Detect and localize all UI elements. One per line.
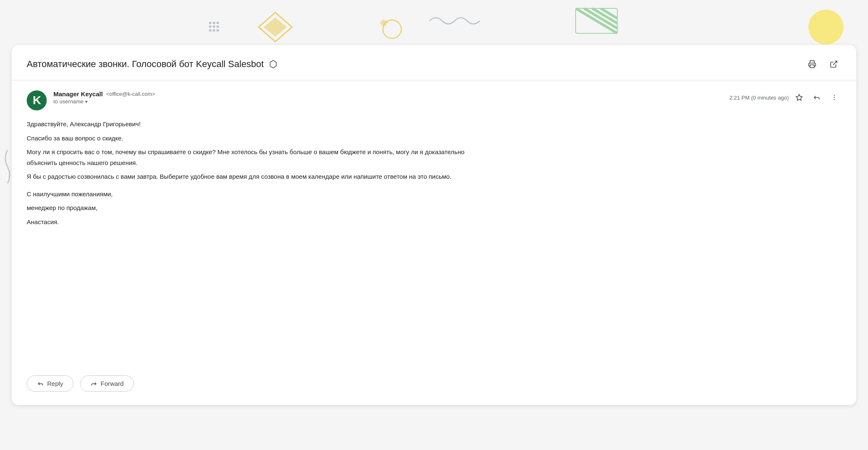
forward-button-label: Forward [101,380,123,387]
svg-line-19 [592,8,617,23]
email-subject: Автоматические звонки. Голосовой бот Key… [27,59,264,70]
sender-info: Manager Keycall <office@k-call.com> to u… [53,90,155,105]
email-subject-row: Автоматические звонки. Голосовой бот Key… [27,59,278,70]
svg-point-22 [808,10,843,45]
body-line-3: Могу ли я спросить вас о том, почему вы … [27,147,486,168]
svg-point-6 [209,29,211,32]
svg-marker-10 [264,18,287,37]
reply-icon [37,380,44,387]
recipient-label: to username [53,98,83,105]
svg-point-11 [383,20,401,38]
svg-point-2 [216,22,219,24]
svg-marker-35 [796,95,803,100]
svg-point-8 [216,29,219,32]
reply-button-label: Reply [47,380,63,387]
signature-line-2: менеджер по продажам, [27,202,486,213]
email-timestamp: 2:21 PM (0 minutes ago) [730,95,789,101]
svg-line-17 [576,8,617,33]
sender-name: Manager Keycall [53,90,103,98]
chevron-down-icon: ▾ [85,99,88,105]
svg-point-38 [834,99,835,100]
email-body: K Manager Keycall <office@k-call.com> to… [12,80,856,367]
svg-rect-16 [576,8,617,33]
svg-point-36 [834,95,835,96]
svg-marker-9 [259,12,292,42]
star-button[interactable] [792,90,806,105]
svg-point-1 [213,22,215,24]
svg-point-0 [209,22,211,24]
reply-button[interactable]: Reply [27,375,73,392]
forward-button[interactable]: Forward [80,375,134,392]
open-new-window-button[interactable] [826,57,841,72]
email-meta-right: 2:21 PM (0 minutes ago) [730,90,841,105]
label-icon [269,60,278,69]
print-button[interactable] [805,57,820,72]
svg-point-37 [834,97,835,98]
body-line-4: Я бы с радостью созвонилась с вами завтр… [27,171,486,182]
svg-line-15 [592,8,617,23]
sender-avatar: K [27,90,47,110]
recipient-row[interactable]: to username ▾ [53,98,155,105]
avatar-initial: K [33,94,40,107]
svg-line-27 [381,20,387,26]
svg-line-20 [601,8,617,18]
signature-line-3: Анастасия. [27,217,486,228]
sender-row: K Manager Keycall <office@k-call.com> to… [27,90,841,110]
more-options-button[interactable] [827,90,841,105]
svg-point-5 [216,25,219,28]
svg-rect-12 [576,8,617,33]
forward-icon [91,380,97,387]
sender-email: <office@k-call.com> [106,91,155,97]
svg-line-18 [584,8,617,28]
svg-line-13 [576,8,617,33]
email-container: Автоматические звонки. Голосовой бот Key… [12,45,856,405]
svg-point-3 [209,25,211,28]
signature-line-1: С наилучшими пожеланиями, [27,189,486,200]
svg-point-7 [213,29,215,32]
reply-button-header[interactable] [810,90,824,105]
svg-line-14 [584,8,617,28]
sender-left: K Manager Keycall <office@k-call.com> to… [27,90,155,110]
email-signature: С наилучшими пожеланиями, менеджер по пр… [27,189,486,228]
header-actions [805,57,841,72]
sender-name-row: Manager Keycall <office@k-call.com> [53,90,155,98]
email-header: Автоматические звонки. Голосовой бот Key… [12,45,856,80]
message-content: Здравствуйте, Александр Григорьевич! Спа… [27,119,486,227]
body-line-2: Спасибо за ваш вопрос о скидке. [27,133,486,144]
svg-point-4 [213,25,215,28]
svg-rect-33 [810,65,814,68]
svg-line-34 [833,61,837,65]
body-line-1: Здравствуйте, Александр Григорьевич! [27,119,486,130]
svg-line-26 [381,20,387,26]
svg-rect-21 [576,8,617,33]
svg-point-23 [381,20,386,25]
email-footer: Reply Forward [12,367,856,405]
